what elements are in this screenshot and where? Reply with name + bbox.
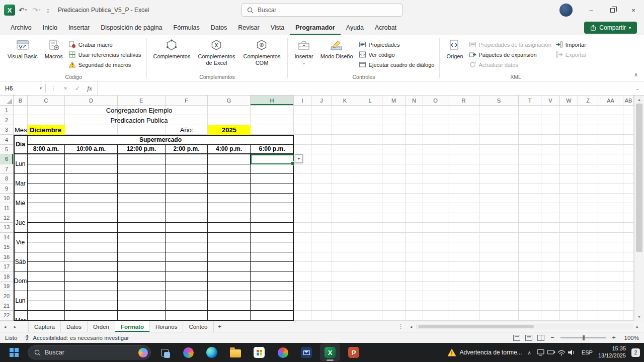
column-header-R[interactable]: R bbox=[448, 96, 479, 106]
table-cell-H12[interactable] bbox=[251, 213, 294, 223]
cell-L18[interactable] bbox=[358, 272, 382, 281]
cell-I17[interactable] bbox=[294, 262, 311, 272]
cell-R20[interactable] bbox=[448, 291, 479, 301]
cell-Z19[interactable] bbox=[578, 282, 598, 291]
cell-T17[interactable] bbox=[519, 262, 541, 272]
cell-J21[interactable] bbox=[311, 301, 332, 311]
cell-M3[interactable] bbox=[382, 125, 406, 135]
cell-V19[interactable] bbox=[541, 282, 560, 291]
cell-AB8[interactable] bbox=[623, 174, 634, 184]
cell-T7[interactable] bbox=[519, 164, 541, 174]
table-cell-C11[interactable] bbox=[28, 203, 65, 213]
cell-O2[interactable] bbox=[423, 115, 448, 125]
row-header-16[interactable]: 16 bbox=[0, 252, 14, 262]
cell-Z18[interactable] bbox=[578, 272, 598, 281]
tab-split-handle[interactable]: ⋮ bbox=[398, 323, 404, 330]
cell-AB9[interactable] bbox=[623, 184, 634, 194]
cell-W14[interactable] bbox=[560, 233, 578, 242]
cell-M16[interactable] bbox=[382, 252, 406, 262]
table-cell-H22[interactable] bbox=[251, 311, 294, 320]
row-header-11[interactable]: 11 bbox=[0, 203, 14, 213]
table-cell-F22[interactable] bbox=[166, 311, 208, 320]
cell-C2[interactable] bbox=[28, 115, 65, 125]
cell-V13[interactable] bbox=[541, 223, 560, 232]
cell-W3[interactable] bbox=[560, 125, 578, 135]
cell-F2[interactable] bbox=[166, 115, 208, 125]
column-header-J[interactable]: J bbox=[311, 96, 332, 106]
cell-N6[interactable] bbox=[406, 154, 423, 164]
close-button[interactable]: × bbox=[623, 0, 644, 20]
table-cell-F15[interactable] bbox=[166, 242, 208, 252]
table-cell-C15[interactable] bbox=[28, 242, 65, 252]
cell-AA9[interactable] bbox=[598, 184, 623, 194]
cell-AB21[interactable] bbox=[623, 301, 634, 311]
cell-J6[interactable] bbox=[311, 154, 332, 164]
cell-K9[interactable] bbox=[332, 184, 358, 194]
table-cell-C14[interactable] bbox=[28, 233, 65, 242]
cell-Z7[interactable] bbox=[578, 164, 598, 174]
cell-Z4[interactable] bbox=[578, 135, 598, 144]
cell-J5[interactable] bbox=[311, 145, 332, 154]
row-header-17[interactable]: 17 bbox=[0, 262, 14, 272]
page-layout-view-icon[interactable] bbox=[525, 335, 532, 341]
cell-W21[interactable] bbox=[560, 301, 578, 311]
cell-O3[interactable] bbox=[423, 125, 448, 135]
cell-AA6[interactable] bbox=[598, 154, 623, 164]
cell-V4[interactable] bbox=[541, 135, 560, 144]
cell-B1[interactable] bbox=[14, 106, 28, 115]
cell-V11[interactable] bbox=[541, 203, 560, 213]
cell-K13[interactable] bbox=[332, 223, 358, 232]
cell-N20[interactable] bbox=[406, 291, 423, 301]
cell-I10[interactable] bbox=[294, 194, 311, 203]
cell-N11[interactable] bbox=[406, 203, 423, 213]
cell-E2[interactable] bbox=[118, 115, 166, 125]
cell-AB22[interactable] bbox=[623, 311, 634, 320]
tab-formulas[interactable]: Fórmulas bbox=[168, 20, 205, 35]
tab-disposicion[interactable]: Disposición de página bbox=[95, 20, 168, 35]
cell-AA12[interactable] bbox=[598, 213, 623, 223]
table-cell-G10[interactable] bbox=[208, 194, 251, 203]
cell-O4[interactable] bbox=[423, 135, 448, 144]
name-box[interactable]: H6 ▾ bbox=[0, 81, 45, 95]
cell-S20[interactable] bbox=[479, 291, 519, 301]
cell-AA16[interactable] bbox=[598, 252, 623, 262]
cell-L22[interactable] bbox=[358, 311, 382, 320]
sheet-tab-captura[interactable]: Captura bbox=[28, 321, 61, 332]
cell-AA14[interactable] bbox=[598, 233, 623, 242]
table-cell-D20[interactable] bbox=[65, 291, 118, 301]
table-cell-C16[interactable] bbox=[28, 252, 65, 262]
clock[interactable]: 15:35 13/12/2025 bbox=[598, 345, 626, 359]
table-cell-H8[interactable] bbox=[251, 174, 294, 184]
cell-V18[interactable] bbox=[541, 272, 560, 281]
search-box[interactable]: Buscar bbox=[242, 4, 403, 17]
cell-Z14[interactable] bbox=[578, 233, 598, 242]
cell-T3[interactable] bbox=[519, 125, 541, 135]
cell-Z12[interactable] bbox=[578, 213, 598, 223]
cell-O13[interactable] bbox=[423, 223, 448, 232]
cell-AA3[interactable] bbox=[598, 125, 623, 135]
scroll-right-icon[interactable]: ▸ bbox=[634, 324, 641, 329]
table-cell-E15[interactable] bbox=[118, 242, 166, 252]
mail-button[interactable] bbox=[296, 343, 316, 361]
table-cell-F6[interactable] bbox=[166, 154, 208, 164]
cell-R22[interactable] bbox=[448, 311, 479, 320]
cell-N10[interactable] bbox=[406, 194, 423, 203]
cell-M8[interactable] bbox=[382, 174, 406, 184]
table-cell-F13[interactable] bbox=[166, 223, 208, 232]
cell-J3[interactable] bbox=[311, 125, 332, 135]
cell-S3[interactable] bbox=[479, 125, 519, 135]
cell-V12[interactable] bbox=[541, 213, 560, 223]
table-cell-E11[interactable] bbox=[118, 203, 166, 213]
cell-AB7[interactable] bbox=[623, 164, 634, 174]
cell-L4[interactable] bbox=[358, 135, 382, 144]
cell-R13[interactable] bbox=[448, 223, 479, 232]
cell-R11[interactable] bbox=[448, 203, 479, 213]
table-cell-D13[interactable] bbox=[65, 223, 118, 232]
cell-K22[interactable] bbox=[332, 311, 358, 320]
cell-V10[interactable] bbox=[541, 194, 560, 203]
cell-K19[interactable] bbox=[332, 282, 358, 291]
table-cell-G6[interactable] bbox=[208, 154, 251, 164]
row-header-1[interactable]: 1 bbox=[0, 106, 14, 115]
table-cell-D10[interactable] bbox=[65, 194, 118, 203]
minimize-button[interactable]: – bbox=[581, 0, 602, 20]
